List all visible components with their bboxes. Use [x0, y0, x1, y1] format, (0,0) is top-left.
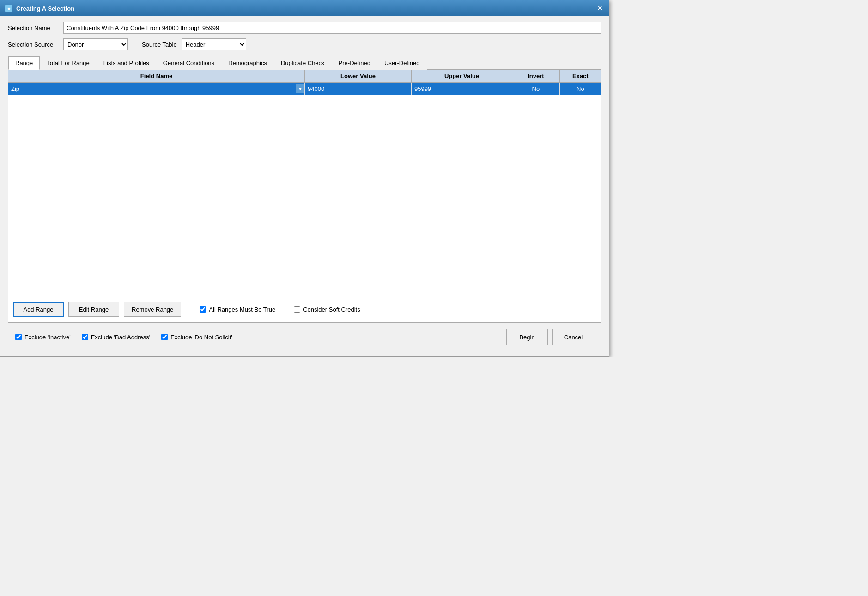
- table-container[interactable]: Field Name Lower Value Upper Value Inver…: [8, 70, 601, 296]
- exclude-bad-address-group: Exclude 'Bad Address': [82, 334, 151, 341]
- consider-soft-credits-group: Consider Soft Credits: [294, 306, 360, 313]
- col-header-upper-value: Upper Value: [411, 70, 512, 83]
- title-bar-left: ★ Creating A Selection: [5, 5, 74, 12]
- exact-cell: No: [559, 83, 601, 95]
- remove-range-button[interactable]: Remove Range: [124, 302, 181, 317]
- all-ranges-group: All Ranges Must Be True: [200, 306, 275, 313]
- tab-range[interactable]: Range: [8, 56, 40, 70]
- exclude-inactive-checkbox[interactable]: [15, 334, 22, 340]
- exclude-bad-address-checkbox[interactable]: [82, 334, 88, 340]
- consider-soft-credits-label: Consider Soft Credits: [303, 306, 360, 313]
- exclude-inactive-group: Exclude 'Inactive': [15, 334, 71, 341]
- all-ranges-checkbox[interactable]: [200, 306, 206, 313]
- col-header-field-name: Field Name: [8, 70, 305, 83]
- exclude-do-not-solicit-label: Exclude 'Do Not Solicit': [170, 334, 232, 341]
- selection-source-row: Selection Source Donor Source Table Head…: [8, 38, 601, 50]
- bottom-buttons: Begin Cancel: [506, 329, 594, 345]
- field-name-cell: Zip▼: [8, 83, 305, 95]
- action-buttons-row: Add Range Edit Range Remove Range All Ra…: [8, 296, 601, 322]
- exclude-inactive-label: Exclude 'Inactive': [24, 334, 71, 341]
- tab-duplicate-check[interactable]: Duplicate Check: [274, 56, 332, 70]
- invert-cell: No: [512, 83, 560, 95]
- lower-value-cell: 94000: [305, 83, 412, 95]
- bottom-bar: Exclude 'Inactive' Exclude 'Bad Address'…: [8, 323, 601, 351]
- cancel-button[interactable]: Cancel: [552, 329, 594, 345]
- tab-total-for-range[interactable]: Total For Range: [40, 56, 97, 70]
- exclude-bad-address-label: Exclude 'Bad Address': [91, 334, 151, 341]
- tab-demographics[interactable]: Demographics: [221, 56, 274, 70]
- range-table: Field Name Lower Value Upper Value Inver…: [8, 70, 601, 95]
- field-dropdown-button[interactable]: ▼: [296, 84, 304, 93]
- close-button[interactable]: ✕: [595, 4, 604, 13]
- source-table-select[interactable]: Header: [182, 38, 246, 50]
- selection-name-label: Selection Name: [8, 24, 59, 31]
- tabs-container: Range Total For Range Lists and Profiles…: [8, 56, 601, 323]
- col-header-invert: Invert: [512, 70, 560, 83]
- col-header-lower-value: Lower Value: [305, 70, 412, 83]
- app-icon: ★: [5, 5, 12, 12]
- tab-user-defined[interactable]: User-Defined: [377, 56, 427, 70]
- window-title: Creating A Selection: [16, 5, 74, 12]
- main-content: Selection Name Selection Source Donor So…: [0, 16, 609, 356]
- exclude-do-not-solicit-checkbox[interactable]: [161, 334, 168, 340]
- upper-value-cell: 95999: [411, 83, 512, 95]
- all-ranges-label: All Ranges Must Be True: [209, 306, 275, 313]
- tab-pre-defined[interactable]: Pre-Defined: [332, 56, 377, 70]
- tabs-header: Range Total For Range Lists and Profiles…: [8, 56, 601, 70]
- table-row[interactable]: Zip▼9400095999NoNo: [8, 83, 601, 95]
- selection-name-input[interactable]: [63, 22, 601, 34]
- tab-general-conditions[interactable]: General Conditions: [156, 56, 221, 70]
- begin-button[interactable]: Begin: [506, 329, 548, 345]
- exclude-do-not-solicit-group: Exclude 'Do Not Solicit': [161, 334, 232, 341]
- add-range-button[interactable]: Add Range: [13, 302, 64, 317]
- edit-range-button[interactable]: Edit Range: [68, 302, 119, 317]
- tab-lists-and-profiles[interactable]: Lists and Profiles: [97, 56, 156, 70]
- selection-name-row: Selection Name: [8, 22, 601, 34]
- source-table-label: Source Table: [142, 41, 177, 48]
- main-window: ★ Creating A Selection ✕ Selection Name …: [0, 0, 609, 357]
- field-name-value: Zip: [11, 85, 19, 92]
- consider-soft-credits-checkbox[interactable]: [294, 306, 300, 313]
- selection-source-label: Selection Source: [8, 41, 59, 48]
- col-header-exact: Exact: [559, 70, 601, 83]
- selection-source-select[interactable]: Donor: [63, 38, 128, 50]
- title-bar: ★ Creating A Selection ✕: [0, 0, 609, 16]
